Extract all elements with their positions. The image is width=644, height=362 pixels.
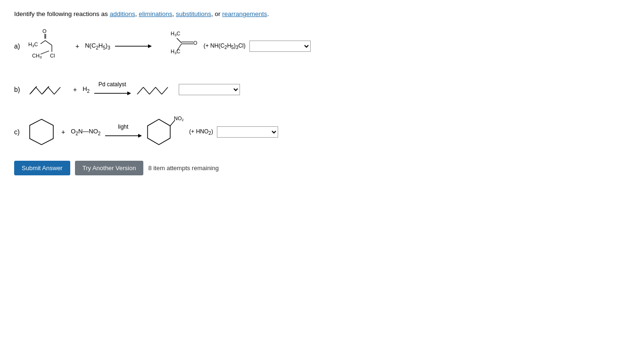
dropdown-b[interactable]: addition elimination substitution rearra… [179, 84, 240, 95]
svg-text:Cl: Cl [50, 53, 55, 58]
svg-line-27 [43, 86, 49, 93]
svg-line-30 [137, 87, 143, 94]
plus-b: + [73, 86, 77, 93]
reaction-row-a: a) O H3C Cl CH3 + N(C2H5)3 [14, 28, 630, 64]
byproduct-a: (+ NH(C2H5)3Cl) [204, 42, 246, 50]
svg-line-13 [177, 38, 182, 43]
submit-button[interactable]: Submit Answer [14, 161, 70, 175]
svg-line-25 [54, 87, 60, 94]
reagent-b: H2 [83, 85, 90, 94]
svg-marker-37 [138, 134, 142, 138]
product-a-structure: H3C O H3C [156, 30, 198, 63]
keyword-substitutions: substitutions [176, 10, 211, 17]
reaction-label-b: b) [14, 86, 24, 93]
svg-text:CH3: CH3 [32, 53, 42, 59]
product-b-structure [135, 78, 175, 101]
reactant-a-structure: O H3C Cl CH3 [27, 28, 70, 64]
svg-text:H3C: H3C [171, 31, 180, 37]
byproduct-c: (+ HNO2) [189, 128, 213, 136]
svg-text:O: O [193, 40, 198, 46]
svg-text:NO2: NO2 [174, 115, 183, 122]
reaction-row-b: b) + H2 Pd catalyst [14, 73, 630, 106]
reagent-c: O2N—NO2 [71, 128, 100, 136]
svg-line-4 [41, 41, 45, 44]
reaction-label-c: c) [14, 128, 24, 136]
reactions-container: a) O H3C Cl CH3 + N(C2H5)3 [14, 28, 630, 153]
attempts-remaining: 8 item attempts remaining [148, 165, 219, 172]
arrow-b: Pd catalyst [93, 81, 131, 98]
condition-b-label: Pd catalyst [99, 81, 126, 88]
keyword-additions: additions [110, 10, 135, 17]
svg-line-33 [156, 87, 162, 94]
svg-marker-35 [30, 119, 53, 145]
dropdown-a[interactable]: addition elimination substitution rearra… [249, 41, 311, 52]
keyword-eliminations: eliminations [139, 10, 172, 17]
reaction-label-a: a) [14, 42, 24, 50]
arrow-c: light [104, 123, 142, 140]
submit-area: Submit Answer Try Another Version 8 item… [14, 161, 630, 175]
svg-text:O: O [42, 28, 47, 34]
svg-line-26 [31, 86, 37, 93]
arrow-a [114, 41, 152, 51]
try-another-button[interactable]: Try Another Version [75, 161, 144, 175]
condition-c-label: light [118, 123, 128, 130]
svg-marker-29 [127, 91, 131, 95]
svg-marker-38 [148, 119, 170, 145]
svg-line-32 [149, 87, 156, 94]
svg-line-22 [36, 87, 42, 94]
svg-line-24 [48, 87, 54, 94]
svg-line-34 [162, 87, 168, 94]
reactant-b-structure [27, 78, 67, 101]
instructions-text: Identify the following reactions as addi… [14, 9, 630, 19]
svg-line-31 [143, 87, 149, 94]
reagent-a: N(C2H5)3 [85, 42, 110, 50]
svg-marker-11 [148, 44, 152, 48]
product-c-structure: NO2 [146, 115, 183, 148]
plus-a: + [75, 42, 79, 50]
svg-line-9 [41, 51, 49, 54]
plus-c: + [61, 128, 65, 136]
keyword-rearrangements: rearrangements [222, 10, 267, 17]
svg-text:H3C: H3C [28, 41, 38, 48]
dropdown-c[interactable]: addition elimination substitution rearra… [217, 126, 278, 138]
svg-line-5 [45, 41, 52, 45]
reactant-c-structure [27, 117, 56, 148]
svg-text:H3C: H3C [171, 49, 180, 55]
reaction-row-c: c) + O2N—NO2 light NO2 (+ H [14, 115, 630, 148]
